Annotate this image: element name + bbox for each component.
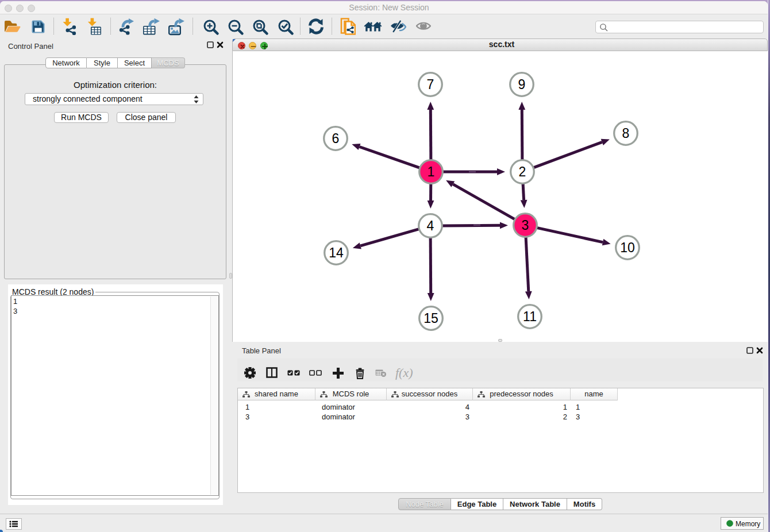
svg-text:14: 14 [329,245,344,260]
svg-text:10: 10 [620,240,635,255]
svg-text:11: 11 [523,309,537,324]
svg-text:1: 1 [428,164,435,179]
svg-text:2: 2 [519,164,526,179]
svg-text:15: 15 [424,311,438,326]
svg-text:3: 3 [522,218,529,233]
svg-text:8: 8 [622,126,630,141]
svg-text:4: 4 [427,218,434,233]
svg-text:9: 9 [518,77,526,92]
svg-text:6: 6 [332,131,340,146]
svg-text:7: 7 [427,77,434,92]
